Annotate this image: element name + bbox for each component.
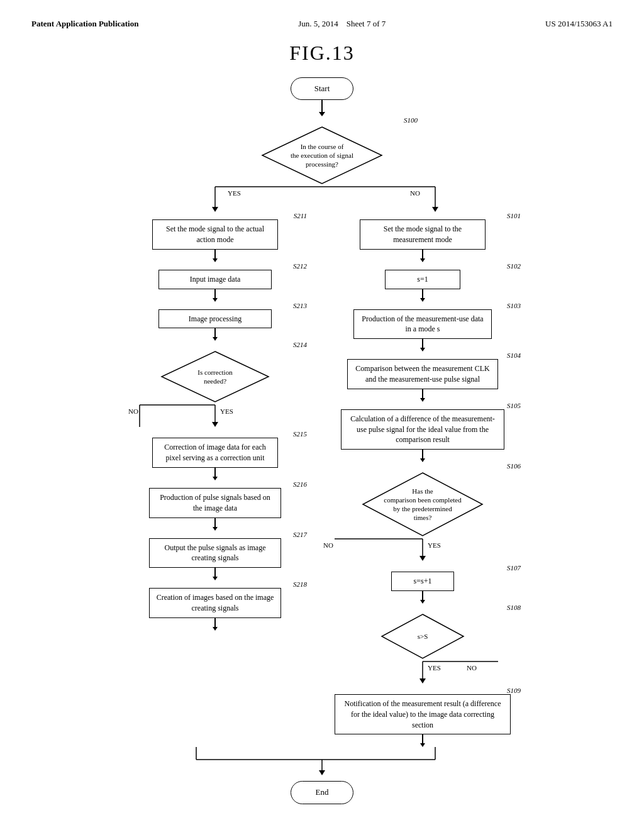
svg-text:YES: YES (220, 407, 233, 415)
s104-label: S104 (507, 351, 521, 359)
s101-label: S101 (507, 212, 521, 219)
diamond-s106: Has thecomparison been completedby the p… (360, 470, 486, 539)
s100-label: S100 (404, 116, 418, 124)
page: Patent Application Publication Jun. 5, 2… (0, 0, 644, 830)
s215-label: S215 (293, 430, 307, 438)
flowchart: Start S100 In the course ofthe execution… (31, 77, 613, 804)
s218-label: S218 (293, 580, 307, 588)
s107-label: S107 (507, 564, 521, 572)
diamond-s100: In the course ofthe execution of signalp… (259, 124, 385, 187)
svg-text:YES: YES (428, 664, 441, 672)
svg-text:NO: NO (410, 189, 420, 197)
s103-label: S103 (507, 302, 521, 309)
figure-title: FIG.13 (31, 42, 613, 65)
box-s212: Input image data (158, 270, 272, 289)
svg-marker-26 (419, 678, 426, 683)
s211-label: S211 (294, 212, 307, 219)
s213-label: S213 (293, 302, 307, 309)
box-s216: Production of pulse signals based on the… (149, 488, 281, 518)
box-s213: Image processing (158, 309, 272, 329)
box-s107: s=s+1 (391, 572, 454, 591)
svg-marker-20 (419, 556, 426, 561)
s109-label: S109 (507, 687, 521, 694)
box-s103: Production of the measurement-use data i… (353, 309, 492, 340)
box-s211: Set the mode signal to the actual action… (152, 219, 278, 250)
s102-label: S102 (507, 262, 521, 270)
header-right: US 2014/153063 A1 (545, 19, 613, 29)
s105-label: S105 (507, 402, 521, 409)
svg-text:NO: NO (128, 407, 138, 415)
two-col: S211 Set the mode signal to the actual a… (31, 212, 613, 747)
header-date: Jun. 5, 2014 (298, 19, 338, 28)
box-s104: Comparison between the measurement CLK a… (347, 359, 498, 389)
header-center: Jun. 5, 2014 Sheet 7 of 7 (298, 19, 386, 29)
box-s105: Calculation of a difference of the measu… (341, 409, 504, 450)
box-s109: Notification of the measurement result (… (335, 694, 511, 734)
header-sheet: Sheet 7 of 7 (347, 19, 386, 28)
s214-label: S214 (293, 341, 307, 348)
s217-label: S217 (293, 531, 307, 538)
box-s217: Output the pulse signals as image creati… (149, 538, 281, 568)
s216-label: S216 (293, 480, 307, 488)
page-header: Patent Application Publication Jun. 5, 2… (31, 19, 613, 29)
svg-marker-14 (212, 422, 218, 427)
svg-marker-3 (212, 207, 218, 212)
header-left: Patent Application Publication (31, 19, 138, 29)
s212-label: S212 (293, 262, 307, 270)
s106-branch: NO YES (322, 539, 523, 564)
svg-marker-7 (432, 207, 438, 212)
diamond-s108-text: s>S (418, 632, 428, 641)
svg-text:NO: NO (323, 541, 333, 549)
svg-text:NO: NO (467, 664, 477, 672)
diamond-s106-text: Has thecomparison been completedby the p… (384, 487, 461, 523)
diamond-s100-text: In the course ofthe execution of signalp… (291, 142, 353, 169)
svg-text:YES: YES (228, 189, 241, 197)
start-node: Start (291, 77, 353, 100)
box-s101: Set the mode signal to the measurement m… (360, 219, 486, 250)
s214-branch: NO YES (127, 405, 303, 430)
diamond-s214: Is correctionneeded? (158, 348, 272, 405)
svg-marker-33 (319, 770, 325, 775)
diamond-s108: s>S (379, 611, 467, 661)
s106-label: S106 (507, 462, 521, 470)
s108-branch: NO YES (341, 661, 504, 687)
bottom-merge-svg (102, 747, 542, 778)
left-column: S211 Set the mode signal to the actual a… (121, 212, 309, 631)
diamond-s214-text: Is correctionneeded? (197, 368, 232, 386)
branch-svg-s100: YES NO (102, 187, 542, 212)
svg-text:YES: YES (428, 541, 441, 549)
box-s215: Correction of image data for each pixel … (152, 438, 278, 468)
end-node: End (291, 781, 353, 804)
box-s102: s=1 (385, 270, 460, 289)
s108-label: S108 (507, 604, 521, 611)
box-s218: Creation of images based on the image cr… (149, 588, 281, 618)
right-column: S101 Set the mode signal to the measurem… (322, 212, 523, 747)
